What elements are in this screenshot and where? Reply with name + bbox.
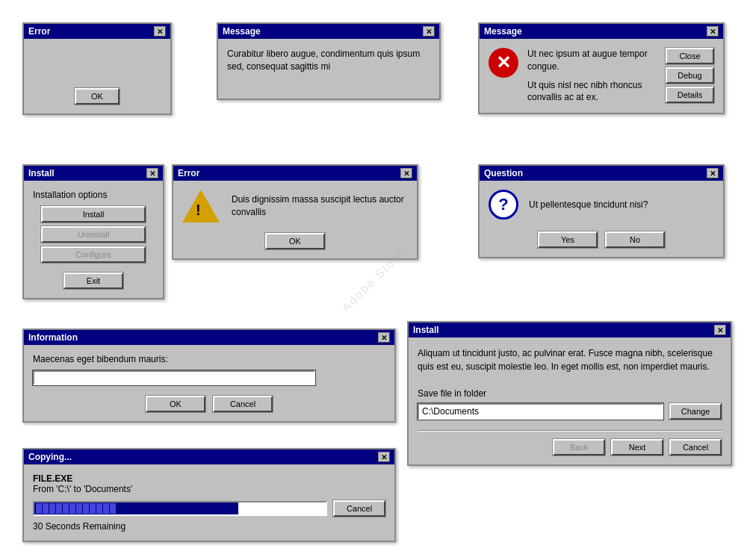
question-icon-1: ? — [489, 190, 518, 220]
information-close-1[interactable]: ✕ — [378, 332, 390, 343]
message-close-2[interactable]: ✕ — [707, 26, 719, 37]
copying-progress-bar — [33, 501, 327, 516]
message-close-1[interactable]: ✕ — [423, 26, 435, 37]
message-text2-1: Ut nec ipsum at augue tempor congue. — [527, 48, 657, 73]
install-separator — [418, 430, 722, 432]
install-install-button[interactable]: Install — [41, 206, 146, 223]
error-ok-button-2[interactable]: OK — [265, 233, 325, 249]
error-close-2[interactable]: ✕ — [400, 168, 412, 178]
error-title-2: Error — [178, 168, 199, 178]
copying-from: From 'C:\' to 'Documents' — [33, 484, 385, 494]
install-subtitle-1: Installation options — [33, 190, 154, 200]
error-close-1[interactable]: ✕ — [154, 26, 166, 37]
install-folder-input[interactable] — [418, 403, 663, 420]
message-text2-2: Ut quis nisl nec nibh rhoncus convallis … — [527, 79, 657, 105]
install-folder-label: Save file in folder — [418, 388, 722, 399]
copying-dialog: Copying... ✕ FILE.EXE From 'C:\' to 'Doc… — [22, 448, 396, 542]
message-details-button-2[interactable]: Details — [666, 87, 714, 103]
install-uninstall-button[interactable]: Uninstall — [41, 226, 146, 243]
error-icon-2: ✕ — [489, 48, 518, 78]
install-title-2: Install — [413, 325, 439, 335]
message-title-2: Message — [484, 26, 522, 37]
error-ok-button-1[interactable]: OK — [75, 88, 120, 105]
error-title-1: Error — [28, 26, 50, 37]
information-input-1[interactable] — [33, 370, 315, 385]
error-dialog-1: Error ✕ OK — [22, 22, 172, 115]
question-yes-button[interactable]: Yes — [538, 231, 598, 248]
install-title-1: Install — [28, 168, 55, 178]
install-exit-button[interactable]: Exit — [63, 273, 123, 289]
warning-icon-2 — [182, 190, 220, 223]
install-close-2[interactable]: ✕ — [714, 325, 726, 335]
information-cancel-button[interactable]: Cancel — [213, 396, 273, 412]
error-text-2: Duis dignissim massa suscipit lectus auc… — [232, 193, 408, 219]
information-text-1: Maecenas eget bibendum mauris: — [33, 354, 385, 364]
copying-file: FILE.EXE — [33, 473, 385, 484]
copying-titlebar: Copying... ✕ — [24, 449, 394, 464]
message-text-1: Curabitur libero augue, condimentum quis… — [227, 48, 430, 73]
question-dialog-1: Question ✕ ? Ut pellentesque tincidunt n… — [478, 164, 725, 258]
install-cancel-button-2[interactable]: Cancel — [669, 439, 722, 455]
error-dialog-2: Error ✕ Duis dignissim massa suscipit le… — [172, 164, 418, 260]
copying-progress-text: 30 Seconds Remaining — [33, 521, 385, 532]
install-titlebar-2: Install ✕ — [409, 323, 731, 337]
message-title-1: Message — [223, 26, 261, 37]
question-titlebar-1: Question ✕ — [480, 166, 723, 181]
information-ok-button[interactable]: OK — [146, 396, 205, 412]
message-dialog-2: Message ✕ ✕ Ut nec ipsum at augue tempor… — [478, 22, 725, 114]
copying-close[interactable]: ✕ — [378, 452, 390, 462]
copying-title: Copying... — [28, 452, 72, 462]
install-close-1[interactable]: ✕ — [146, 168, 158, 178]
message-dialog-1: Message ✕ Curabitur libero augue, condim… — [217, 22, 441, 100]
question-title-1: Question — [484, 168, 523, 178]
install-dialog-1: Install ✕ Installation options Install U… — [22, 164, 164, 299]
question-text-1: Ut pellentesque tincidunt nisi? — [529, 199, 648, 211]
install-change-button[interactable]: Change — [669, 403, 722, 420]
error-titlebar-1: Error ✕ — [24, 24, 170, 39]
progress-segments — [34, 502, 117, 515]
install-titlebar-1: Install ✕ — [24, 166, 163, 181]
install-configure-button[interactable]: Configure — [41, 246, 146, 263]
install-text-2: Aliquam ut tincidunt justo, ac pulvinar … — [418, 346, 722, 373]
install-back-button[interactable]: Back — [553, 439, 605, 455]
message-titlebar-2: Message ✕ — [480, 24, 723, 39]
install-dialog-2: Install ✕ Aliquam ut tincidunt justo, ac… — [407, 321, 732, 466]
install-next-button[interactable]: Next — [611, 439, 663, 455]
information-title-1: Information — [28, 332, 78, 343]
copying-cancel-button[interactable]: Cancel — [333, 500, 385, 517]
question-close-1[interactable]: ✕ — [707, 168, 719, 178]
error-titlebar-2: Error ✕ — [173, 166, 417, 181]
information-dialog-1: Information ✕ Maecenas eget bibendum mau… — [22, 329, 396, 423]
question-no-button[interactable]: No — [605, 231, 665, 248]
message-titlebar-1: Message ✕ — [218, 24, 439, 39]
message-debug-button-2[interactable]: Debug — [666, 67, 714, 84]
information-titlebar-1: Information ✕ — [24, 330, 394, 345]
message-close-button-2[interactable]: Close — [666, 48, 714, 64]
